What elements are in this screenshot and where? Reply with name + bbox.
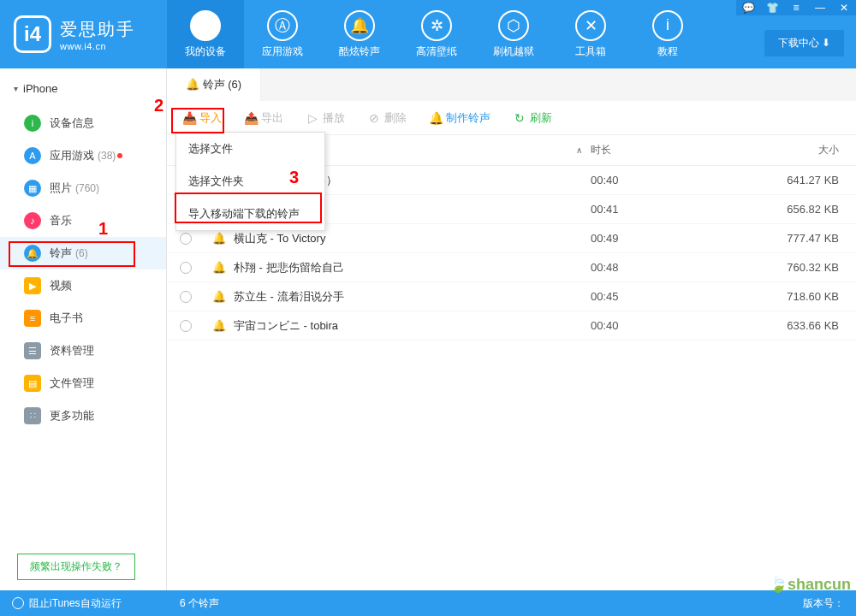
feedback-icon[interactable]: 💬 xyxy=(736,0,760,15)
table-row[interactable]: 🔔朴翔 - 把悲伤留给自己00:48760.32 KB xyxy=(167,253,856,282)
body: iPhone i设备信息A应用游戏(38)▦照片(760)♪音乐🔔铃声(6)▶视… xyxy=(0,68,856,590)
sidebar: iPhone i设备信息A应用游戏(38)▦照片(760)♪音乐🔔铃声(6)▶视… xyxy=(0,68,167,590)
sidebar-item-3[interactable]: ♪音乐 xyxy=(0,204,166,237)
faq-button[interactable]: 频繁出现操作失败？ xyxy=(17,554,135,580)
sidebar-item-5[interactable]: ▶视频 xyxy=(0,270,166,302)
row-select[interactable] xyxy=(167,262,205,274)
nav: 我的设备 Ⓐ 应用游戏 🔔 酷炫铃声 ✲ 高清壁纸 ⬡ 刷机越狱 ✕ 工具箱 i… xyxy=(167,0,706,68)
delete-icon: ⊘ xyxy=(367,111,381,125)
nav-tools[interactable]: ✕ 工具箱 xyxy=(552,0,629,68)
export-icon: 📤 xyxy=(244,111,258,125)
row-name: 🔔苏立生 - 流着泪说分手 xyxy=(205,289,591,305)
play-button[interactable]: ▷ 播放 xyxy=(300,107,350,129)
col-size-header[interactable]: 大小 xyxy=(762,143,856,157)
dropdown-select-file[interactable]: 选择文件 xyxy=(176,133,324,165)
bell-icon: 🔔 xyxy=(211,318,227,334)
col-duration-header[interactable]: 时长 xyxy=(591,143,762,157)
sidebar-label: 照片 xyxy=(50,181,72,196)
row-name: 🔔横山克 - To Victory xyxy=(205,231,591,246)
make-ringtone-button[interactable]: 🔔 制作铃声 xyxy=(424,107,496,129)
sidebar-label: 视频 xyxy=(50,278,72,293)
nav-label: 高清壁纸 xyxy=(416,44,457,59)
row-duration: 00:41 xyxy=(591,203,762,216)
delete-button[interactable]: ⊘ 删除 xyxy=(362,107,412,129)
minimize-button[interactable]: — xyxy=(808,0,832,15)
status-version: 版本号： xyxy=(803,596,844,611)
tab-bar: 🔔 铃声 (6) xyxy=(167,68,856,101)
sidebar-count: (6) xyxy=(75,247,88,259)
export-button[interactable]: 📤 导出 xyxy=(239,107,288,129)
nav-my-device[interactable]: 我的设备 xyxy=(167,0,244,68)
nav-label: 刷机越狱 xyxy=(493,44,534,59)
bell-icon: 🔔 xyxy=(344,10,375,41)
info-icon: i xyxy=(652,10,683,41)
row-select[interactable] xyxy=(167,233,205,245)
app-title: 爱思助手 xyxy=(60,18,135,41)
sidebar-item-2[interactable]: ▦照片(760) xyxy=(0,172,166,204)
logo-area: i4 爱思助手 www.i4.cn xyxy=(0,15,167,53)
device-name: iPhone xyxy=(23,82,57,95)
sort-asc-icon: ∧ xyxy=(576,145,591,155)
sidebar-item-7[interactable]: ☰资料管理 xyxy=(0,335,166,367)
row-select[interactable] xyxy=(167,320,205,332)
sidebar-icon: i xyxy=(24,115,41,132)
main: 🔔 铃声 (6) 📥 导入 📤 导出 ▷ 播放 ⊘ 删除 xyxy=(167,68,856,590)
row-select[interactable] xyxy=(167,291,205,303)
row-duration: 00:45 xyxy=(591,290,762,303)
app-url: www.i4.cn xyxy=(60,41,135,51)
download-center-label: 下载中心 xyxy=(778,37,819,49)
menu-icon[interactable]: ≡ xyxy=(784,0,808,15)
table-row[interactable]: 🔔苏立生 - 流着泪说分手00:45718.60 KB xyxy=(167,282,856,311)
row-size: 641.27 KB xyxy=(762,174,856,187)
sidebar-label: 铃声 xyxy=(50,246,72,261)
apple-icon xyxy=(190,10,221,41)
tab-ringtones[interactable]: 🔔 铃声 (6) xyxy=(167,68,261,101)
refresh-button[interactable]: ↻ 刷新 xyxy=(508,107,557,129)
sidebar-item-4[interactable]: 🔔铃声(6) xyxy=(0,237,166,270)
sidebar-icon: ▤ xyxy=(24,375,41,392)
nav-ringtones[interactable]: 🔔 酷炫铃声 xyxy=(321,0,398,68)
sidebar-item-9[interactable]: ∷更多功能 xyxy=(0,400,166,432)
skin-icon[interactable]: 👕 xyxy=(760,0,784,15)
tab-label: 铃声 (6) xyxy=(203,78,242,91)
nav-flash[interactable]: ⬡ 刷机越狱 xyxy=(475,0,552,68)
row-size: 760.32 KB xyxy=(762,261,856,274)
nav-wallpaper[interactable]: ✲ 高清壁纸 xyxy=(398,0,475,68)
sidebar-item-6[interactable]: ≡电子书 xyxy=(0,302,166,335)
dropdown-select-folder[interactable]: 选择文件夹 xyxy=(176,165,324,198)
import-button[interactable]: 📥 导入 xyxy=(177,107,227,129)
status-itunes-label: 阻止iTunes自动运行 xyxy=(29,596,122,611)
sidebar-item-8[interactable]: ▤文件管理 xyxy=(0,367,166,400)
device-header[interactable]: iPhone xyxy=(0,75,166,102)
row-duration: 00:48 xyxy=(591,261,762,274)
sidebar-label: 设备信息 xyxy=(50,116,94,131)
bell-icon: 🔔 xyxy=(211,260,227,275)
row-duration: 00:49 xyxy=(591,232,762,245)
row-size: 718.60 KB xyxy=(762,290,856,303)
dropdown-import-mobile[interactable]: 导入移动端下载的铃声 xyxy=(176,198,324,230)
sidebar-icon: ☰ xyxy=(24,342,41,359)
import-dropdown: 选择文件 选择文件夹 导入移动端下载的铃声 xyxy=(175,132,325,231)
play-icon: ▷ xyxy=(306,111,319,125)
row-duration: 00:40 xyxy=(591,319,762,332)
bell-icon: 🔔 xyxy=(211,231,227,246)
box-icon: ⬡ xyxy=(498,10,529,41)
sidebar-item-0[interactable]: i设备信息 xyxy=(0,107,166,139)
sidebar-item-1[interactable]: A应用游戏(38) xyxy=(0,139,166,172)
close-button[interactable]: ✕ xyxy=(832,0,856,15)
sidebar-label: 电子书 xyxy=(50,311,83,326)
refresh-icon: ↻ xyxy=(513,111,526,125)
table-row[interactable]: 🔔宇宙コンビニ - tobira00:40633.66 KB xyxy=(167,311,856,341)
download-center-button[interactable]: 下载中心 ⬇ xyxy=(764,30,844,56)
faq-label: 频繁出现操作失败？ xyxy=(30,560,122,572)
nav-apps[interactable]: Ⓐ 应用游戏 xyxy=(244,0,321,68)
sidebar-label: 应用游戏 xyxy=(50,148,94,163)
sidebar-icon: ▶ xyxy=(24,277,41,294)
notification-dot xyxy=(117,153,122,158)
nav-tutorial[interactable]: i 教程 xyxy=(629,0,706,68)
circle-icon xyxy=(12,597,24,609)
header: i4 爱思助手 www.i4.cn 我的设备 Ⓐ 应用游戏 🔔 酷炫铃声 ✲ 高… xyxy=(0,0,856,68)
status-itunes[interactable]: 阻止iTunes自动运行 xyxy=(12,596,122,611)
tools-icon: ✕ xyxy=(575,10,606,41)
nav-label: 酷炫铃声 xyxy=(339,44,380,59)
